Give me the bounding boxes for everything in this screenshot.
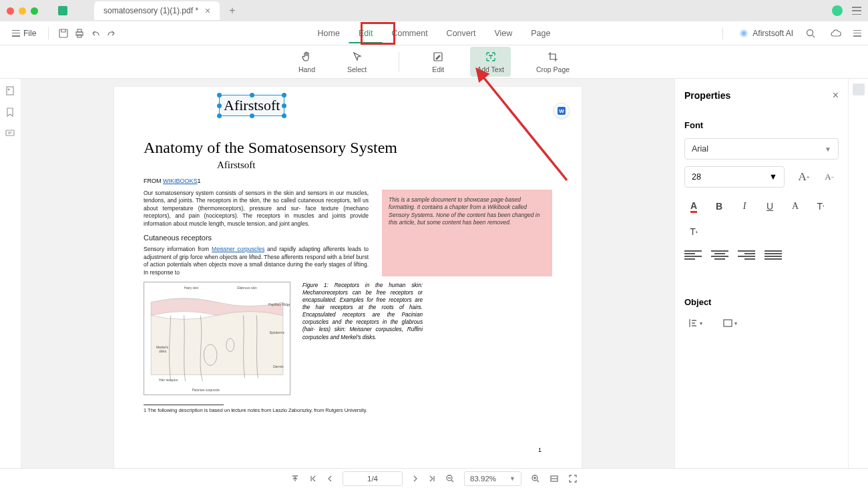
canvas[interactable]: Afirstsoft W Anatomy of the Somatosensor… [21,79,674,468]
svg-text:disks: disks [159,350,167,353]
convert-badge[interactable]: W [554,103,570,119]
font-size-select[interactable]: 28 ▼ [684,166,785,188]
menu-convert[interactable]: Convert [437,23,485,43]
menu-view[interactable]: View [485,23,521,43]
main-toolbar: File Home Edit Comment Convert View Page… [0,21,868,45]
menu-page[interactable]: Page [521,23,560,43]
ai-label: Afirstsoft AI [752,29,793,38]
cloud-icon[interactable] [828,25,844,41]
close-panel-icon[interactable]: × [833,89,839,101]
svg-point-8 [8,89,9,90]
bookmarks-icon[interactable] [5,107,17,119]
file-menu[interactable]: File [7,27,41,40]
inserted-text-box[interactable]: Afirstsoft [219,95,284,116]
prev-page-icon[interactable] [327,475,333,483]
svg-text:Papillary Ridges: Papillary Ridges [268,303,290,306]
zoom-select[interactable]: 83.92%▼ [464,471,521,486]
para2: Sensory information from Meissner corpus… [144,246,369,276]
scroll-top-icon[interactable] [290,474,300,483]
text-color-icon[interactable]: A [684,197,703,216]
increase-font-icon[interactable]: A+ [795,168,813,186]
italic-icon[interactable]: I [735,197,754,216]
next-page-icon[interactable] [412,475,419,483]
document-tab[interactable]: somatosensory (1)(1).pdf * × [94,1,220,20]
align-justify-icon[interactable] [765,250,782,264]
menu-edit[interactable]: Edit [349,23,383,43]
tool-select-label: Select [347,65,367,73]
redo-icon[interactable] [103,25,120,41]
svg-rect-9 [6,130,14,136]
last-page-icon[interactable] [428,475,436,483]
close-tab-icon[interactable]: × [205,5,210,16]
zoom-out-icon[interactable] [445,474,455,483]
rail-properties-icon[interactable] [853,83,865,95]
ai-button[interactable]: Afirstsoft AI [739,29,793,38]
document-title: Anatomy of the Somatosensory System [144,139,552,157]
underline-icon[interactable]: U [761,197,779,216]
para1: Our somatosensory system consists of sen… [144,190,369,228]
print-icon[interactable] [71,25,87,41]
right-rail [848,79,868,468]
close-window[interactable] [7,7,14,15]
fit-width-icon[interactable] [550,474,559,483]
figure-caption: Figure 1: Receptors in the human skin: M… [302,282,423,395]
save-icon[interactable] [55,25,71,41]
cursor-icon [351,50,364,63]
svg-text:Hair receptor: Hair receptor [159,379,178,382]
meissner-link[interactable]: Meissner corpuscles [212,246,264,252]
add-text-icon [484,50,497,63]
align-center-icon[interactable] [711,250,728,264]
app-menu-icon[interactable] [852,7,861,15]
undo-icon[interactable] [87,25,103,41]
thumbnails-icon[interactable] [5,85,17,97]
svg-rect-3 [77,35,81,37]
tool-edit[interactable]: Edit [425,47,451,77]
file-label: File [23,29,36,38]
menu-comment[interactable]: Comment [382,23,437,43]
superscript-icon[interactable]: T¹ [811,197,830,216]
byline-link[interactable]: WIKIBOOKS [163,178,198,184]
search-icon[interactable] [803,25,819,41]
status-bar: 1/4 83.92%▼ [0,468,868,488]
menu-home[interactable]: Home [308,23,349,43]
align-left-icon[interactable] [684,250,702,264]
tool-crop-page[interactable]: Crop Page [529,47,576,77]
object-layout-icon[interactable]: ▾ [719,315,740,331]
first-page-icon[interactable] [309,475,317,483]
tool-add-text[interactable]: Add Text [470,47,511,77]
page-indicator[interactable]: 1/4 [343,471,403,486]
subscript-icon[interactable]: T₁ [684,222,703,241]
hamburger-icon [12,30,20,37]
zoom-in-icon[interactable] [531,474,540,483]
svg-text:Merkel's: Merkel's [156,346,169,349]
tool-hand[interactable]: Hand [292,47,322,77]
font-family-select[interactable]: Arial ▼ [684,138,839,160]
align-right-icon[interactable] [738,250,755,264]
user-avatar[interactable] [832,5,843,16]
font-family-value: Arial [692,144,708,154]
bold-icon[interactable]: B [710,197,728,216]
decrease-font-icon[interactable]: A− [820,168,839,186]
minimize-window[interactable] [19,7,26,15]
svg-text:W: W [559,108,564,114]
comments-icon[interactable] [5,128,17,140]
new-tab-button[interactable]: + [229,5,235,17]
properties-title: Properties [684,90,730,101]
svg-text:Hairy skin: Hairy skin [184,286,199,290]
properties-panel: Properties × Font Arial ▼ 28 ▼ A+ A− A B… [674,79,848,468]
svg-rect-23 [724,320,732,326]
inserted-text: Afirstsoft [224,97,280,114]
object-align-icon[interactable]: ▾ [684,315,706,331]
maximize-window[interactable] [31,7,38,15]
font-style-icon[interactable]: A [786,197,805,216]
fullscreen-icon[interactable] [568,474,578,483]
window-controls [7,7,38,15]
pdf-page[interactable]: Afirstsoft W Anatomy of the Somatosensor… [114,87,582,468]
footnote: 1 The following description is based on … [144,407,552,413]
tool-select[interactable]: Select [341,47,373,77]
edit-toolbar: Hand Select Edit Add Text Crop Page [0,45,868,79]
crop-icon [546,50,560,63]
more-icon[interactable] [853,30,861,37]
tab-title: somatosensory (1)(1).pdf * [103,6,198,15]
titlebar: somatosensory (1)(1).pdf * × + [0,0,868,21]
